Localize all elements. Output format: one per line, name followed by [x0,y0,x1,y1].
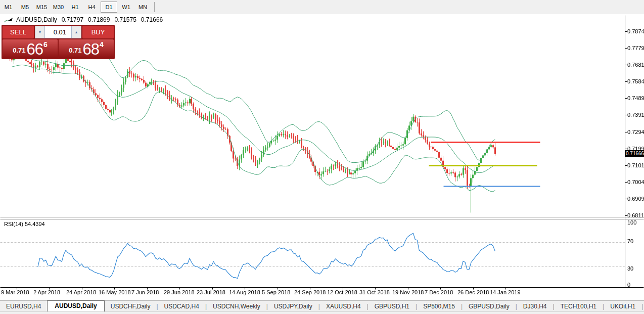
chart-tab-ukoil-h1[interactable]: UKOil,H1 [604,301,641,311]
price-axis-label: 0.73915 [627,112,644,118]
sell-price-prefix: 0.71 [13,47,25,54]
buy-price-box[interactable]: 0.71 68 4 [59,39,114,58]
trading-terminal-window: M1M5M15M30H1H4D1W1MN AUDUSD,Daily 0.7179… [0,0,644,314]
price-axis-label: 0.70040 [627,179,644,185]
date-axis-label: 7 Jun 2018 [131,289,159,295]
chart-tab-row: EURUSD,H4AUDUSD,DailyUSDCHF,Daily|USDCAD… [0,301,644,311]
chart-tab-gbpusd-h1[interactable]: GBPUSD,H1 [369,301,416,311]
timeframe-toolbar: M1M5M15M30H1H4D1W1MN [0,0,644,15]
chart-tab-usdjpy-daily[interactable]: USDJPY,Daily [268,301,318,311]
timeframe-button-mn[interactable]: MN [135,2,151,12]
date-axis-label: 24 Apr 2018 [66,289,96,295]
price-axis-label: 0.71990 [627,146,644,152]
timeframe-button-w1[interactable]: W1 [118,2,134,12]
sell-button[interactable]: SELL [3,26,34,38]
timeframe-button-m5[interactable]: M5 [17,2,33,12]
date-axis-label: 14 Aug 2018 [229,289,260,295]
chart-title: AUDUSD,Daily 0.71797 0.71869 0.71575 0.7… [4,16,163,24]
price-axis-label: 0.68115 [627,212,644,218]
chart-tab-audusd-daily[interactable]: AUDUSD,Daily [47,300,104,311]
date-axis-label: 19 Nov 2018 [392,289,424,295]
sell-price-box[interactable]: 0.71 66 6 [3,39,58,58]
price-axis-label: 0.72940 [627,129,644,135]
chart-tab-bar: EURUSD,H4AUDUSD,DailyUSDCHF,Daily|USDCAD… [0,300,644,314]
ohlc-low: 0.71575 [114,16,136,23]
date-axis-label: 2 Apr 2018 [33,289,60,295]
timeframe-button-h1[interactable]: H1 [67,2,83,12]
date-axis-label: 23 Jul 2018 [197,289,225,295]
volume-increase-icon[interactable]: ▲ [71,26,81,38]
date-axis-label: 12 Oct 2018 [327,289,357,295]
chart-tab-usdchf-daily[interactable]: USDCHF,Daily [105,301,157,311]
sell-price-main: 66 [27,41,43,57]
date-axis-label: 26 Dec 2018 [457,289,489,295]
rsi-axis-label: 30 [627,265,633,272]
date-axis-label: 16 May 2018 [99,289,131,295]
buy-button[interactable]: BUY [82,26,114,38]
timeframe-button-m1[interactable]: M1 [1,2,16,12]
toolbar-separator [154,2,155,12]
ohlc-high: 0.71869 [88,16,110,23]
price-axis-label: 0.74890 [627,95,644,101]
volume-value[interactable]: 0.01 [45,26,71,38]
symbol-period-label: AUDUSD,Daily [16,16,57,23]
ohlc-close: 0.71666 [141,16,163,23]
date-axis-label: 7 Dec 2018 [425,289,453,295]
rsi-indicator-label: RSI(14) 54.4394 [4,221,45,227]
chart-tab-sp500-m15[interactable]: SP500,M15 [417,301,461,311]
rsi-axis-label: 100 [627,219,636,226]
chart-tab-dj30-h4[interactable]: DJ30,H4 [517,301,553,311]
date-axis-label: 9 Mar 2018 [1,289,29,295]
sell-price-pip: 6 [43,40,48,49]
buy-price-main: 68 [83,41,99,57]
chart-tab-gbpusd-daily[interactable]: GBPUSD,Daily [463,301,516,311]
buy-price-pip: 4 [100,40,104,49]
date-axis-label: 14 Jan 2019 [490,289,521,295]
date-axis-label: 31 Oct 2018 [359,289,390,295]
price-axis-label: 0.75840 [627,78,644,84]
timeframe-button-m30[interactable]: M30 [51,2,66,12]
date-axis-label: 5 Sep 2018 [262,289,290,295]
rsi-axis-label: 0 [627,282,630,288]
ohlc-open: 0.71797 [62,16,83,23]
one-click-trade-panel: SELL ▼ 0.01 ▲ BUY 0.71 66 6 0.71 68 4 [2,25,115,59]
price-axis-label: 0.76815 [627,62,644,68]
chart-tab-usdcnh-weekly[interactable]: USDCNH,Weekly [207,301,266,311]
chart-tab-eurusd-h4[interactable]: EURUSD,H4 [0,301,47,311]
chart-workspace: AUDUSD,Daily 0.71797 0.71869 0.71575 0.7… [0,14,644,300]
timeframe-button-m15[interactable]: M15 [34,2,50,12]
date-axis-label: 24 Sep 2018 [294,289,326,295]
price-axis-label: 0.78740 [627,28,644,34]
rsi-axis-label: 70 [627,238,633,244]
buy-price-prefix: 0.71 [69,47,81,54]
chart-tab-usdcad-h4[interactable]: USDCAD,H4 [158,301,205,311]
tab-bar-strip [0,311,644,314]
volume-decrease-icon[interactable]: ▼ [35,26,45,38]
price-axis-label: 0.77790 [627,45,644,51]
price-axis-label: 0.71015 [627,162,644,168]
price-axis-label: 0.69090 [627,196,644,202]
date-axis-label: 29 Jun 2018 [164,289,195,295]
chart-tab-tech100-h1[interactable]: TECH100,H1 [555,301,603,311]
timeframe-button-d1[interactable]: D1 [101,2,117,13]
timeframe-button-h4[interactable]: H4 [84,2,100,12]
chart-tab-xauusd-h4[interactable]: XAUUSD,H4 [320,301,367,311]
symbol-chart-icon [4,17,14,23]
volume-stepper: ▼ 0.01 ▲ [35,26,81,38]
